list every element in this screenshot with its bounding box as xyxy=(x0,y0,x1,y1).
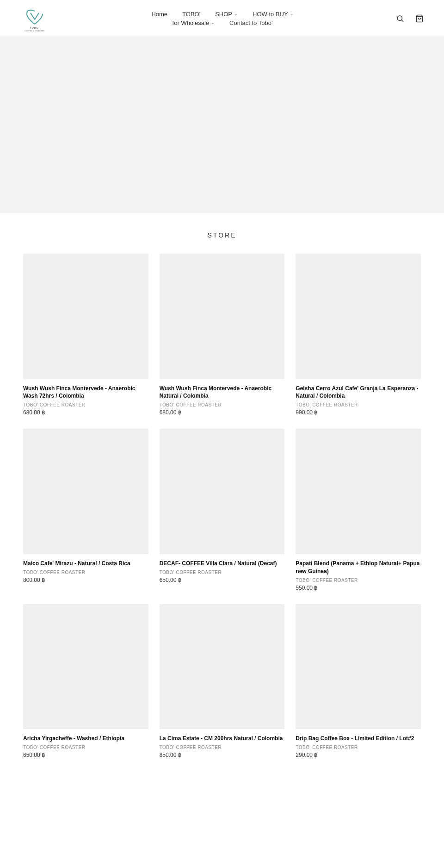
product-vendor: TOBO' COFFEE ROASTER xyxy=(296,745,421,750)
nav-row-2: for Wholesale ⌄ Contact to Tobo' xyxy=(173,19,273,26)
product-image xyxy=(23,604,148,730)
product-name: La Cima Estate - CM 200hrs Natural / Col… xyxy=(160,735,285,743)
product-card[interactable]: Wush Wush Finca Montervede - Anaerobic W… xyxy=(23,254,148,416)
nav-row-1: Home TOBO' SHOP ⌄ HOW to BUY ⌄ xyxy=(151,11,293,18)
product-price: 680.00 ฿ xyxy=(23,409,148,416)
product-price: 290.00 ฿ xyxy=(296,752,421,758)
hero-banner xyxy=(0,37,444,213)
svg-text:COFFEE & ROASTER: COFFEE & ROASTER xyxy=(25,30,44,32)
product-name: Aricha Yirgacheffe - Washed / Ethiopia xyxy=(23,735,148,743)
nav-tobo[interactable]: TOBO' xyxy=(182,11,200,18)
product-vendor: TOBO' COFFEE ROASTER xyxy=(160,745,285,750)
product-name: Drip Bag Coffee Box - Limited Edition / … xyxy=(296,735,421,743)
product-name: Wush Wush Finca Montervede - Anaerobic N… xyxy=(160,385,285,400)
product-image xyxy=(160,254,285,379)
product-price: 680.00 ฿ xyxy=(160,409,285,416)
cart-button[interactable] xyxy=(413,12,426,25)
product-card[interactable]: Geisha Cerro Azul Cafe' Granja La Espera… xyxy=(296,254,421,416)
store-section: STORE Wush Wush Finca Montervede - Anaer… xyxy=(0,213,444,786)
product-image xyxy=(160,429,285,554)
product-card[interactable]: Aricha Yirgacheffe - Washed / Ethiopia T… xyxy=(23,604,148,758)
svg-line-3 xyxy=(401,20,403,22)
product-vendor: TOBO' COFFEE ROASTER xyxy=(23,402,148,407)
store-title: STORE xyxy=(23,231,421,239)
product-name: Maico Cafe' Mirazu - Natural / Costa Ric… xyxy=(23,560,148,568)
cart-icon xyxy=(415,14,424,23)
product-vendor: TOBO' COFFEE ROASTER xyxy=(296,578,421,583)
product-card[interactable]: Wush Wush Finca Montervede - Anaerobic N… xyxy=(160,254,285,416)
product-image xyxy=(296,254,421,379)
nav-shop[interactable]: SHOP ⌄ xyxy=(215,11,238,18)
product-vendor: TOBO' COFFEE ROASTER xyxy=(296,402,421,407)
product-vendor: TOBO' COFFEE ROASTER xyxy=(23,745,148,750)
product-price: 550.00 ฿ xyxy=(296,585,421,591)
product-name: Geisha Cerro Azul Cafe' Granja La Espera… xyxy=(296,385,421,400)
wholesale-chevron-icon: ⌄ xyxy=(211,20,215,25)
svg-text:TOBO': TOBO' xyxy=(30,26,40,29)
product-image xyxy=(23,254,148,379)
product-vendor: TOBO' COFFEE ROASTER xyxy=(160,402,285,407)
header-icons xyxy=(394,12,426,25)
logo-svg: TOBO' COFFEE & ROASTER xyxy=(18,5,51,32)
logo[interactable]: TOBO' COFFEE & ROASTER xyxy=(18,5,51,32)
product-vendor: TOBO' COFFEE ROASTER xyxy=(23,570,148,575)
product-price: 850.00 ฿ xyxy=(160,752,285,758)
product-vendor: TOBO' COFFEE ROASTER xyxy=(160,570,285,575)
product-card[interactable]: La Cima Estate - CM 200hrs Natural / Col… xyxy=(160,604,285,758)
shop-chevron-icon: ⌄ xyxy=(234,12,238,16)
product-image xyxy=(296,604,421,730)
product-price: 650.00 ฿ xyxy=(23,752,148,758)
nav-how-to-buy[interactable]: HOW to BUY ⌄ xyxy=(253,11,294,18)
product-image xyxy=(296,429,421,554)
product-card[interactable]: Papati Blend (Panama + Ethiop Natural+ P… xyxy=(296,429,421,591)
nav-contact[interactable]: Contact to Tobo' xyxy=(229,19,272,26)
products-grid: Wush Wush Finca Montervede - Anaerobic W… xyxy=(23,254,421,758)
product-name: Wush Wush Finca Montervede - Anaerobic W… xyxy=(23,385,148,400)
how-to-buy-chevron-icon: ⌄ xyxy=(290,12,294,16)
svg-point-2 xyxy=(397,16,402,21)
product-card[interactable]: DECAF- COFFEE Villa Clara / Natural (Dec… xyxy=(160,429,285,591)
product-image xyxy=(160,604,285,730)
site-header: TOBO' COFFEE & ROASTER Home TOBO' SHOP ⌄… xyxy=(0,0,444,37)
product-price: 990.00 ฿ xyxy=(296,409,421,416)
product-card[interactable]: Drip Bag Coffee Box - Limited Edition / … xyxy=(296,604,421,758)
product-price: 800.00 ฿ xyxy=(23,577,148,583)
product-card[interactable]: Maico Cafe' Mirazu - Natural / Costa Ric… xyxy=(23,429,148,591)
product-name: Papati Blend (Panama + Ethiop Natural+ P… xyxy=(296,560,421,575)
search-button[interactable] xyxy=(394,12,406,25)
search-icon xyxy=(396,14,404,23)
nav-wholesale[interactable]: for Wholesale ⌄ xyxy=(173,19,215,26)
product-price: 650.00 ฿ xyxy=(160,577,285,583)
main-nav: Home TOBO' SHOP ⌄ HOW to BUY ⌄ for Whole… xyxy=(51,11,394,26)
nav-home[interactable]: Home xyxy=(151,11,167,18)
product-name: DECAF- COFFEE Villa Clara / Natural (Dec… xyxy=(160,560,285,568)
product-image xyxy=(23,429,148,554)
